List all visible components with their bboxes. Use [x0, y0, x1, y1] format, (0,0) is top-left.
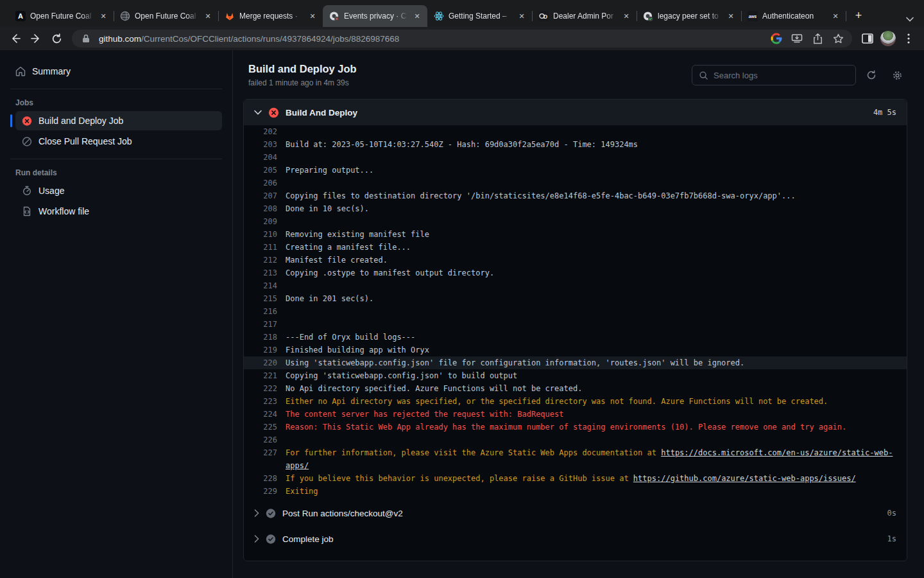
- log-line[interactable]: 218---End of Oryx build logs---: [244, 331, 907, 344]
- log-group-header[interactable]: Build And Deploy 4m 5s: [244, 100, 907, 125]
- log-line[interactable]: 213Copying .ostype to manifest output di…: [244, 267, 907, 279]
- tab-close-icon[interactable]: ✕: [203, 11, 213, 21]
- log-line[interactable]: 205Preparing output...: [244, 164, 907, 177]
- log-line[interactable]: 217: [244, 318, 907, 331]
- sidebar-run-detail-1[interactable]: Usage: [15, 181, 222, 200]
- search-logs-box[interactable]: [692, 65, 856, 85]
- log-line[interactable]: 204: [244, 151, 907, 164]
- tab-close-icon[interactable]: ✕: [412, 11, 422, 21]
- chevron-right-icon[interactable]: [254, 509, 259, 517]
- sidebar-item-summary[interactable]: Summary: [10, 62, 222, 81]
- tab-close-icon[interactable]: ✕: [726, 11, 736, 21]
- chevron-down-icon[interactable]: [254, 110, 262, 115]
- chevron-right-icon[interactable]: [254, 535, 259, 543]
- sidebar-divider: [10, 89, 222, 89]
- browser-tab-6[interactable]: DDealer Admin Por✕: [532, 5, 637, 27]
- log-line[interactable]: 227For further information, please visit…: [244, 446, 907, 472]
- summary-label: Summary: [32, 66, 71, 76]
- log-line-text: Copying 'staticwebapp.config.json' to bu…: [286, 369, 896, 382]
- log-line[interactable]: 215Done in 201 sec(s).: [244, 292, 907, 305]
- reload-button[interactable]: [47, 30, 65, 48]
- log-line-text: Preparing output...: [286, 164, 896, 177]
- refresh-logs-icon[interactable]: [861, 65, 882, 85]
- log-line[interactable]: 222No Api directory specified. Azure Fun…: [244, 382, 907, 395]
- log-line-number: 224: [254, 408, 277, 421]
- install-icon[interactable]: [789, 31, 805, 46]
- log-line-text: [286, 151, 896, 164]
- log-line-text: Copying .ostype to manifest output direc…: [286, 267, 896, 279]
- log-line-text: [286, 279, 896, 292]
- sidebar-run-detail-2[interactable]: Workflow file: [15, 202, 222, 221]
- tab-close-icon[interactable]: ✕: [621, 11, 631, 21]
- new-tab-button[interactable]: +: [850, 6, 868, 24]
- browser-tab-7[interactable]: legacy peer set to✕: [637, 5, 741, 27]
- log-step-1[interactable]: Post Run actions/checkout@v20s: [244, 500, 907, 526]
- profile-avatar[interactable]: [879, 30, 897, 48]
- side-panel-icon[interactable]: [859, 30, 877, 48]
- log-line[interactable]: 229Exiting: [244, 485, 907, 498]
- tab-close-icon[interactable]: ✕: [517, 11, 527, 21]
- search-logs-input[interactable]: [714, 71, 849, 80]
- log-line-number: 219: [254, 344, 277, 356]
- log-group-duration: 4m 5s: [873, 108, 896, 117]
- log-line[interactable]: 226: [244, 434, 907, 446]
- file-code-icon: [22, 206, 32, 216]
- sidebar-job-2[interactable]: Close Pull Request Job: [15, 132, 222, 151]
- log-link[interactable]: https://docs.microsoft.com/en-us/azure/s…: [286, 448, 893, 470]
- log-line[interactable]: 228If you believe this behavior is unexp…: [244, 472, 907, 485]
- step-duration: 1s: [887, 534, 896, 543]
- share-icon[interactable]: [810, 31, 825, 46]
- forward-button[interactable]: [27, 30, 45, 48]
- home-icon: [15, 66, 26, 76]
- log-line[interactable]: 225Reason: This Static Web App already h…: [244, 421, 907, 434]
- log-line[interactable]: 210Removing existing manifest file: [244, 228, 907, 241]
- log-link[interactable]: https://github.com/azure/static-web-apps…: [633, 474, 856, 483]
- job-label: Build and Deploy Job: [38, 116, 123, 126]
- job-label: Close Pull Request Job: [38, 136, 132, 146]
- bookmark-star-icon[interactable]: [830, 31, 846, 46]
- google-logo-icon[interactable]: [769, 31, 784, 46]
- log-line[interactable]: 209: [244, 215, 907, 228]
- tab-close-icon[interactable]: ✕: [830, 11, 841, 21]
- log-line[interactable]: 207Copying files to destination director…: [244, 189, 907, 202]
- browser-tab-4[interactable]: Events privacy · C✕: [323, 5, 427, 27]
- browser-menu-icon[interactable]: [900, 30, 918, 48]
- browser-tab-1[interactable]: AOpen Future Coal✕: [9, 5, 114, 27]
- log-line[interactable]: 202: [244, 125, 907, 138]
- log-line[interactable]: 211Creating a manifest file...: [244, 241, 907, 254]
- browser-tab-2[interactable]: Open Future Coal✕: [114, 5, 218, 27]
- step-duration: 0s: [887, 509, 896, 518]
- log-line[interactable]: 221Copying 'staticwebapp.config.json' to…: [244, 369, 907, 382]
- log-line-number: 211: [254, 241, 277, 254]
- address-bar[interactable]: github.com/CurrentCos/OFCClient/actions/…: [72, 30, 852, 48]
- log-line-text: Creating a manifest file...: [286, 241, 896, 254]
- log-line[interactable]: 224The content server has rejected the r…: [244, 408, 907, 421]
- log-line[interactable]: 216: [244, 305, 907, 318]
- log-line[interactable]: 203Build at: 2023-05-10T14:03:27.540Z - …: [244, 138, 907, 151]
- log-line[interactable]: 212Manifest file created.: [244, 254, 907, 267]
- log-line-number: 214: [254, 279, 277, 292]
- log-line[interactable]: 219Finished building app with Oryx: [244, 344, 907, 356]
- log-settings-gear-icon[interactable]: [887, 65, 907, 85]
- log-line-number: 216: [254, 305, 277, 318]
- run-detail-label: Usage: [38, 186, 64, 196]
- log-line-number: 217: [254, 318, 277, 331]
- log-line[interactable]: 220Using 'staticwebapp.config.json' file…: [244, 356, 907, 369]
- log-line-text: Done in 10 sec(s).: [286, 202, 896, 215]
- log-line-number: 213: [254, 267, 277, 279]
- tab-close-icon[interactable]: ✕: [98, 11, 108, 21]
- log-line[interactable]: 206: [244, 177, 907, 189]
- url-text: github.com/CurrentCos/OFCClient/actions/…: [99, 34, 764, 44]
- log-step-2[interactable]: Complete job1s: [244, 526, 907, 552]
- sidebar-job-1[interactable]: Build and Deploy Job: [15, 111, 222, 130]
- browser-tab-8[interactable]: awsAuthenticateon✕: [741, 5, 846, 27]
- log-line[interactable]: 208Done in 10 sec(s).: [244, 202, 907, 215]
- back-button[interactable]: [6, 30, 24, 48]
- log-line-text: No Api directory specified. Azure Functi…: [286, 382, 896, 395]
- log-line[interactable]: 214: [244, 279, 907, 292]
- log-line[interactable]: 223Either no Api directory was specified…: [244, 395, 907, 408]
- browser-tab-3[interactable]: Merge requests ·✕: [218, 5, 323, 27]
- tab-search-chevron-icon[interactable]: [906, 17, 914, 22]
- tab-close-icon[interactable]: ✕: [307, 11, 318, 21]
- browser-tab-5[interactable]: Getting Started –✕: [427, 5, 532, 27]
